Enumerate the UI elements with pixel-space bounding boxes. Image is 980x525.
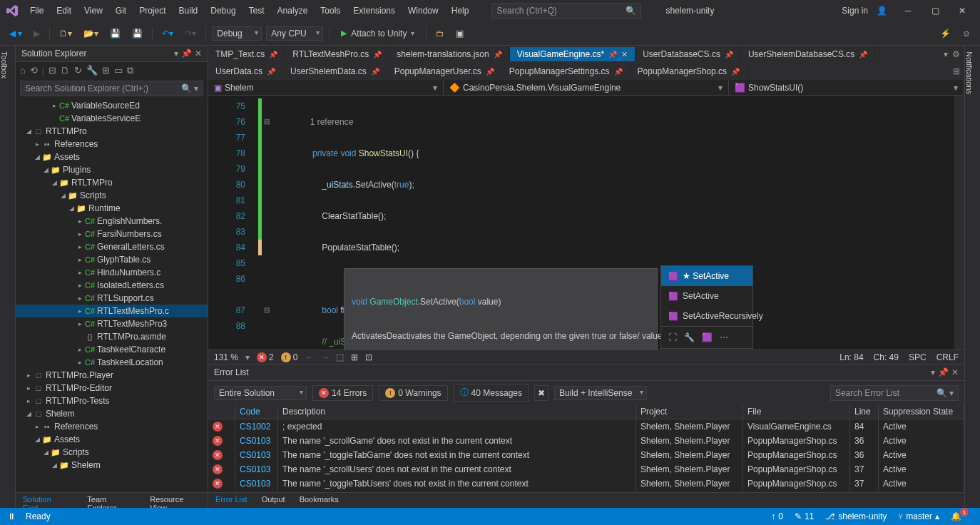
messages-filter[interactable]: ⓘ40 Messages [454,384,529,402]
pin-icon[interactable]: 📌 [938,367,949,377]
doc-tab[interactable]: UserData.cs 📌 [208,64,283,78]
attach-to-unity-button[interactable]: ▶ Attach to Unity ▾ [335,27,420,40]
expand-icon[interactable]: ⛶ [668,330,677,345]
debug-tool-button[interactable]: ▣ [452,26,467,41]
tree-item[interactable]: ▸C#RTLSupport.cs [16,292,208,305]
collapse-icon[interactable]: ⊟ [49,65,56,76]
nav-prev-icon[interactable]: ← [305,352,313,362]
dropdown-icon[interactable]: ▾ [174,49,178,58]
view-icon[interactable]: ⧉ [127,65,133,76]
eol-indicator[interactable]: CRLF [936,352,959,362]
tree-item[interactable]: ◢📁Shelem [16,459,208,472]
filter-icon[interactable]: ⊞ [102,65,110,76]
menu-view[interactable]: View [78,3,108,19]
tree-item[interactable]: ◢📁Assets [16,433,208,446]
menu-file[interactable]: File [24,3,49,19]
left-tab[interactable]: Solution Expl... [16,493,80,508]
pin-icon[interactable]: 📌 [373,51,382,58]
bottom-tab[interactable]: Output [255,493,292,508]
pin-icon[interactable]: 📌 [371,68,379,76]
error-indicator[interactable]: ✕2 [257,352,274,362]
warn-indicator[interactable]: !0 [281,352,298,362]
doc-tab[interactable]: TMP_Text.cs 📌 [208,47,285,61]
dropdown-icon[interactable]: ▾ [931,367,935,377]
config-dropdown[interactable]: Debug [212,26,262,41]
tree-item[interactable]: ◢📁Runtime [16,202,208,215]
feedback-button[interactable]: ☺ [959,26,974,41]
properties-icon[interactable]: 🔧 [86,65,98,76]
menu-tools[interactable]: Tools [315,3,346,19]
bottom-tab[interactable]: Bookmarks [292,493,346,508]
error-row[interactable]: ✕CS0103The name '_toggleTabUsers' does n… [208,476,964,491]
scope-dropdown[interactable]: Entire Solution [214,386,307,400]
nav-tool2-icon[interactable]: ⊡ [365,352,372,362]
tree-item[interactable]: ◢□RTLTMPro [16,125,208,138]
doc-tab[interactable]: PopupManagerShop.cs 📌 [631,64,747,78]
pin-icon[interactable]: 📌 [725,51,733,58]
close-button[interactable]: ✕ [950,2,974,19]
doc-tab[interactable]: shelem-translations.json 📌 [389,47,509,61]
clear-filter[interactable]: ✖ [534,385,548,401]
filter-icon[interactable]: 🟪 [702,330,713,345]
pin-icon[interactable]: 📌 [486,68,494,76]
tree-item[interactable]: ▸□RTLTMPro-Tests [16,394,208,407]
gear-icon[interactable]: ⚙ [952,49,960,59]
nav-next-icon[interactable]: → [320,352,329,362]
changes-indicator[interactable]: ✎ 11 [795,511,814,521]
tree-item[interactable]: ▸C#GeneralLetters.cs [16,240,208,253]
tree-item[interactable]: ▸□RTLTMPro.Player [16,369,208,382]
close-panel-icon[interactable]: ✕ [195,49,202,58]
col-header[interactable]: File [743,404,850,419]
menu-project[interactable]: Project [133,3,171,19]
error-row[interactable]: ✕CS0103The name '_scrollGame' does not e… [208,434,964,448]
menu-test[interactable]: Test [243,3,270,19]
nav-tool-icon[interactable]: ⊞ [351,352,358,362]
menu-edit[interactable]: Edit [51,3,77,19]
warnings-filter[interactable]: !0 Warnings [379,385,447,401]
doc-tab[interactable]: UserShelemDatabaseCS.cs 📌 [741,47,875,61]
col-indicator[interactable]: Ch: 49 [874,352,899,362]
branch-indicator[interactable]: ⑂ master ▴ [898,511,939,521]
user-icon[interactable]: 👤 [877,6,887,16]
pin-icon[interactable]: 📌 [731,68,740,76]
save-button[interactable]: 💾 [106,26,124,41]
repo-indicator[interactable]: ⎇ shelem-unity [825,511,887,521]
tree-item[interactable]: ◢□Shelem [16,407,208,420]
doc-tab[interactable]: PopupManagerSettings.cs 📌 [502,64,631,78]
unity-tool-button[interactable]: 🗀 [432,26,448,41]
tree-item[interactable]: ▸C#RTLTextMeshPro3 [16,317,208,330]
menu-build[interactable]: Build [173,3,204,19]
tree-item[interactable]: ▸C#RTLTextMeshPro.c [16,305,208,317]
error-row[interactable]: ✕CS0103The name '_toggleTabGame' does no… [208,448,964,462]
menu-debug[interactable]: Debug [205,3,241,19]
sign-in-link[interactable]: Sign in [842,6,868,16]
pin-icon[interactable]: 📌 [494,51,502,58]
pin-icon[interactable]: 📌 [181,49,192,58]
live-share-button[interactable]: ⚡ [936,26,954,41]
tree-item[interactable]: ▸C#EnglishNumbers. [16,215,208,228]
intellisense-item[interactable]: 🟪SetActiveRecursively [661,306,752,326]
line-indicator[interactable]: Ln: 84 [839,352,863,362]
tree-item[interactable]: ▸C#GlyphTable.cs [16,253,208,266]
toolbox-tab[interactable]: Toolbox [0,46,16,508]
split-icon[interactable]: ⊞ [953,66,960,76]
menu-window[interactable]: Window [402,3,444,19]
class-dropdown[interactable]: 🔶CasinoPersia.Shelem.VisualGameEngine▾ [444,80,729,95]
doc-tab[interactable]: UserDatabaseCS.cs 📌 [636,47,741,61]
pin-icon[interactable]: 📌 [269,51,277,58]
menu-help[interactable]: Help [446,3,475,19]
preview-icon[interactable]: ▭ [114,65,123,76]
indent-indicator[interactable]: SPC [909,352,927,362]
errors-filter[interactable]: ✕14 Errors [312,385,373,401]
push-indicator[interactable]: ↑ 0 [771,511,783,521]
tree-item[interactable]: ▸C#FarsiNumbers.cs [16,228,208,240]
code-content[interactable]: 1 reference private void ShowStatsUI() {… [275,96,954,350]
new-project-button[interactable]: 🗋▾ [56,26,76,41]
notifications-tab[interactable]: Notifications [964,46,980,508]
error-search-input[interactable]: Search Error List🔍 ▾ [830,385,959,401]
col-header[interactable]: Suppression State [879,404,964,419]
close-tab-icon[interactable]: ✕ [621,50,628,59]
error-row[interactable]: ✕CS1002; expectedShelem, Shelem.PlayerVi… [208,419,964,434]
pin-icon[interactable]: 📌 [267,68,275,76]
tree-item[interactable]: ▸▪▪References [16,420,208,433]
